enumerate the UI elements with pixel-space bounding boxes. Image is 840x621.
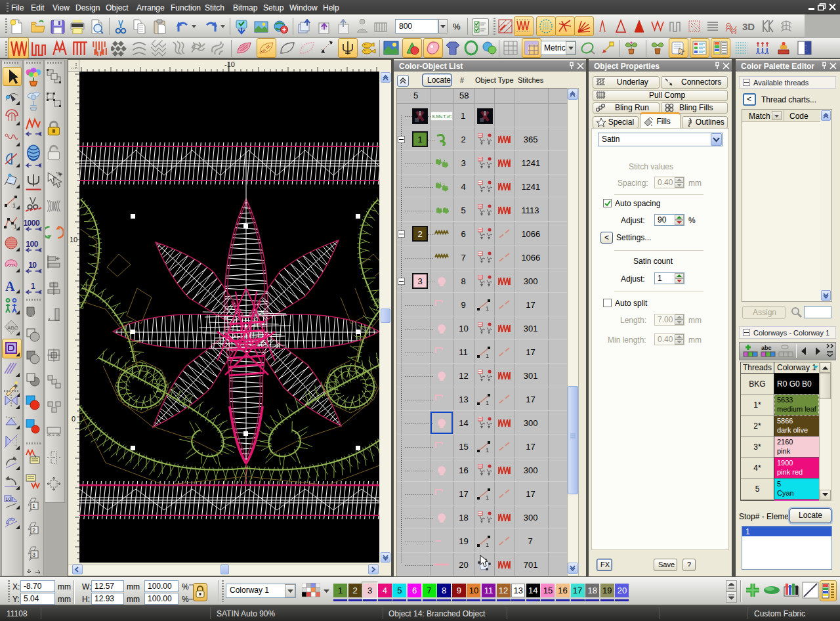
svg-text:1: 1 [486, 305, 489, 312]
svg-text:A: A [5, 279, 15, 293]
svg-text:1: 1 [486, 542, 489, 548]
svg-text:-10: -10 [224, 60, 235, 68]
svg-text:1: 1 [486, 447, 489, 454]
svg-text:10: 10 [70, 236, 77, 244]
svg-text:ABC: ABC [7, 325, 18, 331]
svg-text:3D: 3D [742, 21, 755, 32]
svg-text:1: 1 [32, 503, 35, 509]
svg-text:S.Mv.T.vfX: S.Mv.T.vfX [432, 114, 452, 119]
svg-text:3: 3 [32, 551, 35, 558]
svg-text:2: 2 [32, 527, 35, 534]
svg-text:1: 1 [486, 494, 489, 501]
svg-text:1: 1 [486, 400, 489, 406]
svg-text:10: 10 [5, 496, 11, 502]
svg-text:0: 0 [72, 415, 75, 423]
svg-text:abc: abc [761, 345, 772, 351]
svg-text:1: 1 [486, 353, 489, 359]
